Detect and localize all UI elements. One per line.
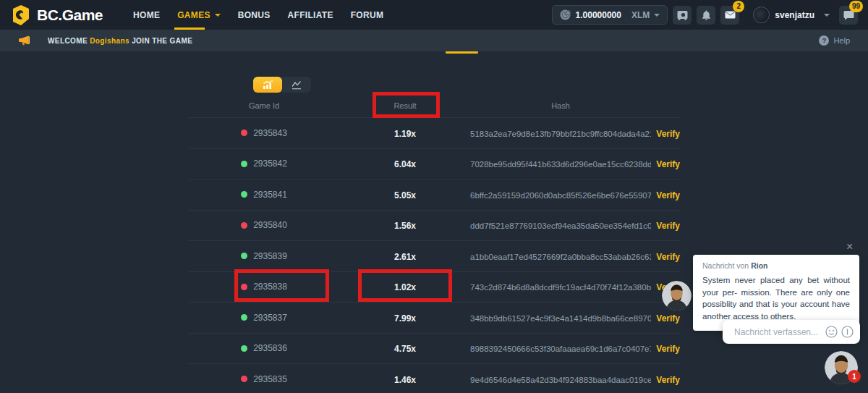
result-cell: 4.75x bbox=[340, 342, 470, 355]
vault-icon bbox=[677, 10, 688, 20]
verify-cell: Verify bbox=[651, 250, 680, 263]
chevron-down-icon bbox=[215, 14, 221, 17]
verify-cell: Verify bbox=[651, 157, 680, 170]
composer-icons bbox=[825, 326, 854, 338]
coin-icon bbox=[560, 9, 571, 20]
table-row: 2935835 1.46x 9e4d6546d4e58a42d3b4f92488… bbox=[188, 363, 680, 393]
trend-view-button[interactable] bbox=[282, 77, 311, 93]
nav-bonus[interactable]: BONUS bbox=[229, 0, 279, 30]
table-row: 2935842 6.04x 7028be95dd95f441b633d6d296… bbox=[188, 148, 680, 179]
verify-link[interactable]: Verify bbox=[656, 344, 680, 354]
status-dot bbox=[241, 314, 247, 321]
game-id-cell: 2935840 bbox=[188, 220, 340, 230]
result-value: 6.04x bbox=[394, 159, 416, 169]
emoji-icon[interactable] bbox=[825, 326, 838, 338]
game-id: 2935839 bbox=[253, 251, 287, 261]
chat-unread-badge: 1 bbox=[848, 370, 861, 383]
help-button[interactable]: ? Help bbox=[819, 35, 850, 46]
verify-cell: Verify bbox=[651, 342, 680, 355]
result-cell: 1.56x bbox=[340, 219, 470, 232]
result-cell: 5.05x bbox=[340, 188, 470, 201]
list-view-button[interactable] bbox=[253, 77, 282, 93]
status-dot bbox=[241, 191, 247, 198]
hash-cell: 8988392450666c53f30afaaaea69c1d6a7c0407e… bbox=[470, 342, 651, 355]
join-label: JOIN THE GAME bbox=[132, 37, 192, 45]
game-id: 2935843 bbox=[253, 128, 287, 138]
user-avatar bbox=[753, 7, 770, 23]
user-menu[interactable]: svenjatzu bbox=[753, 7, 830, 23]
hash-cell: 9e4d6546d4e58a42d3b4f924883baa4daac019ce… bbox=[470, 373, 651, 386]
table-row: 2935841 5.05x 6bffc2a59159d2060d0abc85f5… bbox=[188, 179, 680, 210]
sender-avatar[interactable] bbox=[662, 281, 692, 310]
vault-button[interactable] bbox=[673, 6, 692, 25]
game-id-cell: 2935835 bbox=[188, 374, 340, 384]
bar-chart-icon bbox=[262, 80, 273, 90]
chevron-down-icon bbox=[654, 14, 660, 17]
nav-forum-label: FORUM bbox=[351, 10, 384, 20]
help-label: Help bbox=[833, 36, 850, 45]
currency-label: XLM bbox=[631, 10, 650, 20]
chat-badge: 99 bbox=[849, 1, 863, 12]
verify-link[interactable]: Verify bbox=[656, 252, 680, 262]
table-row: 2935843 1.19x 5183a2ea7e9d8e13fb79bbf21b… bbox=[188, 117, 680, 148]
nav-home-label: HOME bbox=[133, 10, 160, 20]
verify-link[interactable]: Verify bbox=[656, 129, 680, 139]
status-dot bbox=[241, 345, 247, 352]
bcgame-logo-icon bbox=[10, 4, 32, 26]
game-id: 2935837 bbox=[253, 313, 287, 323]
result-cell: 1.46x bbox=[340, 373, 470, 386]
welcome-label: WELCOME bbox=[48, 37, 88, 45]
top-navigation-bar: BC.Game HOME GAMES BONUS AFFILIATE FORUM… bbox=[0, 0, 868, 30]
status-dot bbox=[241, 222, 247, 229]
nav-forum[interactable]: FORUM bbox=[342, 0, 393, 30]
verify-cell: Verify bbox=[651, 373, 680, 386]
chat-input[interactable] bbox=[734, 327, 825, 337]
result-cell: 2.61x bbox=[340, 250, 470, 263]
status-dot bbox=[241, 130, 247, 136]
result-cell: 1.19x bbox=[340, 127, 470, 140]
verify-link[interactable]: Verify bbox=[656, 221, 680, 231]
status-dot bbox=[241, 253, 247, 259]
annotation-box-game-id bbox=[234, 269, 329, 302]
nav-home[interactable]: HOME bbox=[124, 0, 169, 30]
hash-value: ddd7f521e87769103ecf94ea35da50ee354efd1c… bbox=[470, 221, 651, 230]
chat-composer bbox=[723, 320, 860, 344]
attach-icon[interactable] bbox=[841, 326, 854, 338]
announcement-bar: WELCOME Dogishans JOIN THE GAME ? Help bbox=[0, 30, 868, 51]
game-id: 2935835 bbox=[253, 374, 287, 384]
hash-cell: 7028be95dd95f441b633d6d296e0ae15cc6238dd… bbox=[470, 157, 651, 170]
game-id-cell: 2935842 bbox=[188, 159, 340, 169]
chat-close-icon[interactable]: × bbox=[846, 241, 853, 253]
game-id-cell: 2935843 bbox=[188, 128, 340, 138]
game-id-cell: 2935841 bbox=[188, 190, 340, 200]
result-value: 2.61x bbox=[394, 252, 416, 262]
game-id: 2935842 bbox=[253, 159, 287, 169]
table-row: 2935836 4.75x 8988392450666c53f30afaaaea… bbox=[188, 333, 680, 364]
notifications-button[interactable] bbox=[697, 6, 715, 25]
verify-link[interactable]: Verify bbox=[656, 159, 680, 169]
result-cell: 6.04x bbox=[340, 157, 470, 170]
message-from-label: Nachricht von bbox=[702, 261, 749, 270]
hash-value: 5183a2ea7e9d8e13fb79bbf21bc9ffc804dada4a… bbox=[470, 130, 651, 138]
game-id: 2935841 bbox=[253, 190, 287, 200]
nav-affiliate[interactable]: AFFILIATE bbox=[279, 0, 342, 30]
active-tab-indicator bbox=[446, 51, 478, 54]
wallet-balance-selector[interactable]: 1.00000000 XLM bbox=[552, 5, 668, 25]
chat-toggle-button[interactable]: 99 bbox=[839, 6, 858, 25]
hash-cell: a1bb0eaaf17ed4527669f2a0bba8cc53abab26c6… bbox=[470, 250, 651, 263]
balance-amount: 1.00000000 bbox=[576, 10, 621, 20]
verify-link[interactable]: Verify bbox=[656, 190, 680, 200]
status-dot bbox=[241, 161, 247, 167]
header-hash: Hash bbox=[470, 101, 651, 110]
verify-link[interactable]: Verify bbox=[656, 313, 680, 324]
nav-affiliate-label: AFFILIATE bbox=[288, 10, 333, 20]
verify-link[interactable]: Verify bbox=[656, 375, 680, 385]
table-row: 2935840 1.56x ddd7f521e87769103ecf94ea35… bbox=[188, 210, 680, 241]
bcgame-logo[interactable]: BC.Game bbox=[10, 4, 103, 26]
hash-cell: 743c2d874b6d8a8dcdf9fc19acf4d70f74f12a38… bbox=[470, 280, 651, 293]
nav-games[interactable]: GAMES bbox=[169, 0, 229, 30]
game-history-table: Game Id Result Hash 2935843 1.19x 5183a2… bbox=[188, 94, 680, 393]
announced-player-link[interactable]: Dogishans bbox=[90, 37, 129, 45]
verify-cell: Verify bbox=[651, 219, 680, 232]
messages-button[interactable]: 2 bbox=[720, 6, 739, 25]
